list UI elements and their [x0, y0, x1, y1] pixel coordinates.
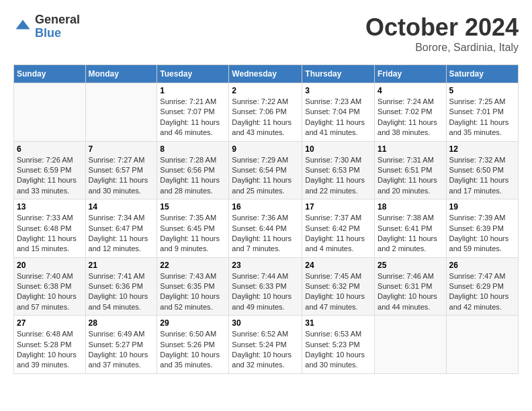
calendar-cell: 22Sunrise: 7:43 AMSunset: 6:35 PMDayligh…: [157, 257, 229, 316]
day-info: Sunrise: 7:37 AMSunset: 6:42 PMDaylight:…: [305, 213, 371, 255]
day-number: 29: [160, 318, 226, 328]
day-number: 25: [378, 261, 443, 270]
calendar-cell: [85, 83, 157, 142]
sunset-text: Sunset: 6:39 PM: [449, 224, 515, 234]
title-block: October 2024 Borore, Sardinia, Italy: [365, 13, 519, 54]
calendar-cell: [446, 316, 518, 374]
sunrise-text: Sunrise: 7:26 AM: [17, 155, 83, 165]
day-number: 10: [305, 144, 371, 154]
daylight-text: Daylight: 10 hours and 42 minutes.: [449, 291, 515, 312]
sunrise-text: Sunrise: 7:33 AM: [17, 213, 83, 223]
day-info: Sunrise: 7:24 AMSunset: 7:02 PMDaylight:…: [378, 97, 443, 138]
day-info: Sunrise: 7:28 AMSunset: 6:56 PMDaylight:…: [160, 155, 226, 197]
sunset-text: Sunset: 6:50 PM: [449, 165, 515, 175]
day-number: 1: [160, 86, 226, 95]
sunrise-text: Sunrise: 7:23 AM: [305, 97, 371, 107]
daylight-text: Daylight: 11 hours and 22 minutes.: [305, 175, 371, 196]
sunrise-text: Sunrise: 6:53 AM: [305, 329, 371, 339]
calendar-cell: 6Sunrise: 7:26 AMSunset: 6:59 PMDaylight…: [14, 141, 86, 199]
daylight-text: Daylight: 11 hours and 2 minutes.: [378, 234, 443, 255]
daylight-text: Daylight: 10 hours and 52 minutes.: [160, 291, 226, 312]
header-friday: Friday: [375, 65, 447, 83]
daylight-text: Daylight: 11 hours and 20 minutes.: [378, 175, 443, 196]
calendar-cell: 7Sunrise: 7:27 AMSunset: 6:57 PMDaylight…: [85, 141, 157, 199]
header-saturday: Saturday: [446, 65, 518, 83]
week-row-4: 20Sunrise: 7:40 AMSunset: 6:38 PMDayligh…: [14, 257, 519, 316]
day-number: 17: [305, 202, 371, 212]
calendar-cell: 25Sunrise: 7:46 AMSunset: 6:31 PMDayligh…: [375, 257, 447, 316]
day-number: 22: [160, 261, 226, 270]
calendar-cell: 29Sunrise: 6:50 AMSunset: 5:26 PMDayligh…: [157, 316, 229, 374]
calendar-cell: 26Sunrise: 7:47 AMSunset: 6:29 PMDayligh…: [446, 257, 518, 316]
day-info: Sunrise: 7:30 AMSunset: 6:53 PMDaylight:…: [305, 155, 371, 197]
calendar-cell: 5Sunrise: 7:25 AMSunset: 7:01 PMDaylight…: [446, 83, 518, 142]
logo-blue: Blue: [35, 27, 80, 40]
calendar-table: SundayMondayTuesdayWednesdayThursdayFrid…: [13, 64, 519, 374]
daylight-text: Daylight: 11 hours and 38 minutes.: [378, 118, 443, 138]
sunset-text: Sunset: 6:35 PM: [160, 281, 226, 291]
month-title: October 2024: [365, 13, 519, 42]
day-info: Sunrise: 7:45 AMSunset: 6:32 PMDaylight:…: [305, 271, 371, 313]
calendar-cell: 1Sunrise: 7:21 AMSunset: 7:07 PMDaylight…: [157, 83, 229, 142]
day-info: Sunrise: 7:36 AMSunset: 6:44 PMDaylight:…: [232, 213, 299, 255]
sunset-text: Sunset: 5:28 PM: [17, 340, 83, 350]
day-number: 18: [378, 202, 443, 212]
calendar-cell: 30Sunrise: 6:52 AMSunset: 5:24 PMDayligh…: [229, 316, 302, 374]
calendar-cell: 20Sunrise: 7:40 AMSunset: 6:38 PMDayligh…: [14, 257, 86, 316]
day-number: 5: [449, 86, 515, 95]
day-info: Sunrise: 7:38 AMSunset: 6:41 PMDaylight:…: [378, 213, 443, 255]
sunrise-text: Sunrise: 7:43 AM: [160, 271, 226, 281]
sunset-text: Sunset: 5:23 PM: [305, 340, 371, 350]
sunset-text: Sunset: 6:41 PM: [378, 224, 443, 234]
sunrise-text: Sunrise: 7:40 AM: [17, 271, 83, 281]
daylight-text: Daylight: 11 hours and 46 minutes.: [160, 118, 226, 138]
sunset-text: Sunset: 7:06 PM: [232, 107, 299, 117]
day-number: 21: [89, 261, 154, 270]
day-number: 8: [160, 144, 226, 154]
sunset-text: Sunset: 6:53 PM: [305, 165, 371, 175]
calendar-cell: 15Sunrise: 7:35 AMSunset: 6:45 PMDayligh…: [157, 199, 229, 258]
sunset-text: Sunset: 5:26 PM: [160, 340, 226, 350]
header-thursday: Thursday: [302, 65, 375, 83]
logo-general: General: [35, 13, 80, 27]
day-info: Sunrise: 7:34 AMSunset: 6:47 PMDaylight:…: [89, 213, 154, 255]
sunset-text: Sunset: 7:07 PM: [160, 107, 226, 117]
calendar-cell: 14Sunrise: 7:34 AMSunset: 6:47 PMDayligh…: [85, 199, 157, 258]
day-number: 3: [305, 86, 371, 95]
daylight-text: Daylight: 11 hours and 9 minutes.: [160, 234, 226, 255]
sunrise-text: Sunrise: 7:22 AM: [232, 97, 299, 107]
day-info: Sunrise: 7:46 AMSunset: 6:31 PMDaylight:…: [378, 271, 443, 313]
day-info: Sunrise: 7:25 AMSunset: 7:01 PMDaylight:…: [449, 97, 515, 138]
sunset-text: Sunset: 6:57 PM: [89, 165, 154, 175]
calendar-cell: 12Sunrise: 7:32 AMSunset: 6:50 PMDayligh…: [446, 141, 518, 199]
calendar-cell: 4Sunrise: 7:24 AMSunset: 7:02 PMDaylight…: [375, 83, 447, 142]
calendar-cell: [375, 316, 447, 374]
daylight-text: Daylight: 11 hours and 17 minutes.: [449, 175, 515, 196]
daylight-text: Daylight: 10 hours and 54 minutes.: [89, 291, 154, 312]
day-info: Sunrise: 7:29 AMSunset: 6:54 PMDaylight:…: [232, 155, 299, 197]
calendar-header-row: SundayMondayTuesdayWednesdayThursdayFrid…: [14, 65, 519, 83]
calendar-cell: 10Sunrise: 7:30 AMSunset: 6:53 PMDayligh…: [302, 141, 375, 199]
day-number: 11: [378, 144, 443, 154]
daylight-text: Daylight: 11 hours and 7 minutes.: [232, 234, 299, 255]
day-info: Sunrise: 7:21 AMSunset: 7:07 PMDaylight:…: [160, 97, 226, 138]
day-info: Sunrise: 6:53 AMSunset: 5:23 PMDaylight:…: [305, 329, 371, 371]
daylight-text: Daylight: 10 hours and 49 minutes.: [232, 291, 299, 312]
sunrise-text: Sunrise: 6:52 AM: [232, 329, 299, 339]
day-info: Sunrise: 7:41 AMSunset: 6:36 PMDaylight:…: [89, 271, 154, 313]
day-info: Sunrise: 7:23 AMSunset: 7:04 PMDaylight:…: [305, 97, 371, 138]
daylight-text: Daylight: 11 hours and 35 minutes.: [449, 118, 515, 138]
sunset-text: Sunset: 6:59 PM: [17, 165, 83, 175]
day-info: Sunrise: 7:43 AMSunset: 6:35 PMDaylight:…: [160, 271, 226, 313]
calendar-cell: 21Sunrise: 7:41 AMSunset: 6:36 PMDayligh…: [85, 257, 157, 316]
day-number: 19: [449, 202, 515, 212]
day-info: Sunrise: 7:39 AMSunset: 6:39 PMDaylight:…: [449, 213, 515, 255]
page-header: General Blue October 2024 Borore, Sardin…: [13, 13, 519, 54]
header-wednesday: Wednesday: [229, 65, 302, 83]
svg-marker-0: [16, 19, 30, 29]
day-info: Sunrise: 7:33 AMSunset: 6:48 PMDaylight:…: [17, 213, 83, 255]
day-number: 31: [305, 318, 371, 328]
sunrise-text: Sunrise: 7:46 AM: [378, 271, 443, 281]
sunrise-text: Sunrise: 7:32 AM: [449, 155, 515, 165]
day-number: 27: [17, 318, 83, 328]
